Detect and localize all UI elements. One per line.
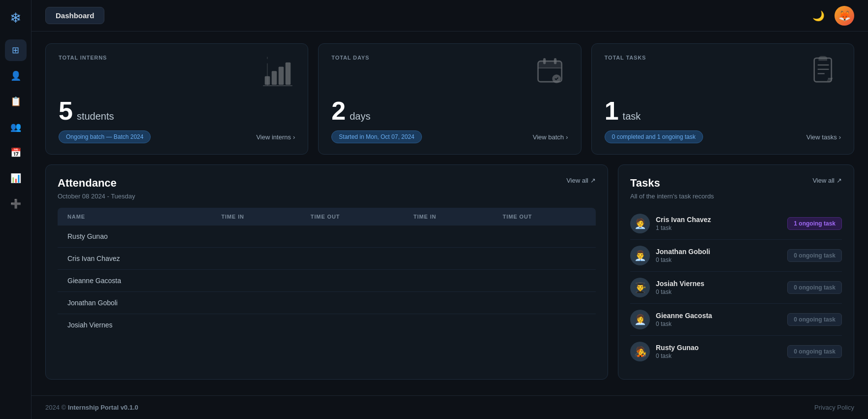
tasks-stat-icon: [806, 55, 841, 93]
header-right: 🌙 🦊: [812, 6, 854, 26]
stat-footer-interns: Ongoing batch — Batch 2024 View interns …: [59, 130, 295, 143]
task-name: Rusty Gunao: [656, 344, 781, 352]
task-count: 0 task: [656, 353, 781, 359]
stat-number-tasks: 1: [605, 98, 619, 124]
cell-time-in-1: [211, 226, 300, 248]
svg-rect-5: [538, 61, 561, 68]
footer-brand: Internship Portal v0.1.0: [68, 404, 138, 411]
view-batch-link[interactable]: View batch ›: [533, 133, 568, 141]
interns-stat-icon: [260, 55, 295, 93]
attendance-title-group: Attendance: [58, 177, 117, 190]
cell-time-in-2: [404, 292, 493, 314]
cell-name: Cris Ivan Chavez: [58, 248, 211, 270]
stat-value-tasks: 1 task: [605, 98, 841, 124]
tasks-list: 🧑‍💼 Cris Ivan Chavez 1 task 1 ongoing ta…: [630, 208, 842, 367]
cell-time-out-2: [493, 226, 596, 248]
table-header-row: NAME TIME IN TIME OUT TIME IN TIME OUT: [58, 208, 596, 226]
external-link-icon: ↗: [590, 177, 596, 184]
svg-rect-3: [286, 63, 291, 85]
stat-badge-interns: Ongoing batch — Batch 2024: [59, 130, 151, 143]
dashboard-icon: ⊞: [12, 45, 19, 56]
attendance-header: Attendance View all ↗: [58, 177, 596, 190]
reports-icon: 📊: [10, 173, 21, 184]
sidebar-item-dashboard[interactable]: ⊞: [5, 39, 27, 61]
sidebar-item-calendar[interactable]: 📅: [5, 142, 27, 163]
privacy-policy-link[interactable]: Privacy Policy: [814, 404, 854, 411]
svg-rect-7: [543, 58, 546, 64]
task-name: Gieanne Gacosta: [656, 312, 781, 320]
stat-label-tasks: TOTAL TASKS: [605, 55, 646, 61]
cell-time-out-1: [301, 314, 404, 336]
col-time-out-1: TIME OUT: [301, 208, 404, 226]
sidebar-item-attendance[interactable]: 📋: [5, 91, 27, 112]
avatar[interactable]: 🦊: [835, 6, 854, 26]
cell-time-in-2: [404, 226, 493, 248]
cell-time-out-2: [493, 248, 596, 270]
sidebar-item-interns[interactable]: 👤: [5, 65, 27, 87]
attendance-title: Attendance: [58, 177, 117, 190]
cell-time-in-1: [211, 292, 300, 314]
stat-footer-tasks: 0 completed and 1 ongoing task View task…: [605, 130, 841, 143]
task-badge: 1 ongoing task: [787, 217, 842, 230]
task-badge: 0 ongoing task: [787, 313, 842, 326]
task-name: Jonathan Goboli: [656, 248, 781, 256]
task-name: Cris Ivan Chavez: [656, 216, 781, 224]
attendance-view-all-link[interactable]: View all ↗: [566, 177, 596, 184]
stat-unit-interns: students: [77, 111, 114, 122]
task-item: 👨‍💼 Jonathan Goboli 0 task 0 ongoing tas…: [630, 240, 842, 272]
cell-time-out-1: [301, 248, 404, 270]
stat-label-interns: TOTAL INTERNS: [59, 55, 107, 61]
task-item: 🧑‍💼 Cris Ivan Chavez 1 task 1 ongoing ta…: [630, 208, 842, 240]
task-count: 1 task: [656, 225, 781, 231]
cell-time-in-2: [404, 248, 493, 270]
task-avatar: 👩‍💼: [630, 310, 650, 329]
task-avatar: 🧑‍💼: [630, 214, 650, 233]
task-count: 0 task: [656, 289, 781, 295]
tasks-view-all-link[interactable]: View all ↗: [812, 177, 842, 184]
table-row: Gieanne Gacosta: [58, 270, 596, 292]
sidebar-item-add[interactable]: ➕: [5, 193, 27, 215]
stat-footer-days: Started in Mon, Oct 07, 2024 View batch …: [331, 130, 568, 143]
cell-time-out-2: [493, 292, 596, 314]
sidebar-item-reports[interactable]: 📊: [5, 167, 27, 189]
tasks-title: Tasks: [630, 177, 660, 190]
svg-rect-8: [554, 58, 556, 64]
chevron-right-icon: ›: [839, 133, 841, 141]
table-row: Rusty Gunao: [58, 226, 596, 248]
view-tasks-link[interactable]: View tasks ›: [806, 133, 841, 141]
task-badge: 0 ongoing task: [787, 345, 842, 358]
cell-name: Gieanne Gacosta: [58, 270, 211, 292]
chevron-right-icon: ›: [566, 133, 568, 141]
task-info: Cris Ivan Chavez 1 task: [656, 216, 781, 231]
view-interns-link[interactable]: View interns ›: [256, 133, 295, 141]
attendance-card: Attendance View all ↗ October 08 2024 - …: [45, 164, 608, 380]
task-count: 0 task: [656, 257, 781, 263]
svg-rect-2: [279, 67, 284, 85]
page-title: Dashboard: [45, 7, 104, 24]
task-count: 0 task: [656, 321, 781, 327]
app-logo[interactable]: ❄: [6, 8, 26, 28]
task-avatar: 👨‍💼: [630, 246, 650, 265]
table-row: Cris Ivan Chavez: [58, 248, 596, 270]
stat-card-tasks: TOTAL TASKS 1: [591, 43, 854, 155]
avatar-emoji: 🦊: [838, 10, 851, 22]
stat-unit-days: days: [350, 111, 370, 122]
stat-card-days-header: TOTAL DAYS: [331, 55, 568, 93]
col-time-out-2: TIME OUT: [493, 208, 596, 226]
bottom-row: Attendance View all ↗ October 08 2024 - …: [45, 164, 854, 380]
theme-toggle-button[interactable]: 🌙: [812, 10, 825, 22]
footer-left: 2024 © Internship Portal v0.1.0: [45, 404, 138, 411]
external-link-icon: ↗: [836, 177, 842, 184]
stat-card-days: TOTAL DAYS 2: [318, 43, 581, 155]
task-info: Jonathan Goboli 0 task: [656, 248, 781, 263]
cell-time-in-1: [211, 270, 300, 292]
task-item: 👨‍🎓 Josiah Viernes 0 task 0 ongoing task: [630, 272, 842, 304]
stat-number-days: 2: [331, 98, 346, 124]
sidebar-item-groups[interactable]: 👥: [5, 116, 27, 138]
task-item: 🧑‍🎤 Rusty Gunao 0 task 0 ongoing task: [630, 336, 842, 367]
stat-badge-days: Started in Mon, Oct 07, 2024: [331, 130, 421, 143]
cell-time-out-1: [301, 270, 404, 292]
task-avatar: 🧑‍🎤: [630, 342, 650, 361]
stat-card-interns-header: TOTAL INTERNS: [59, 55, 295, 93]
svg-rect-1: [272, 71, 277, 85]
